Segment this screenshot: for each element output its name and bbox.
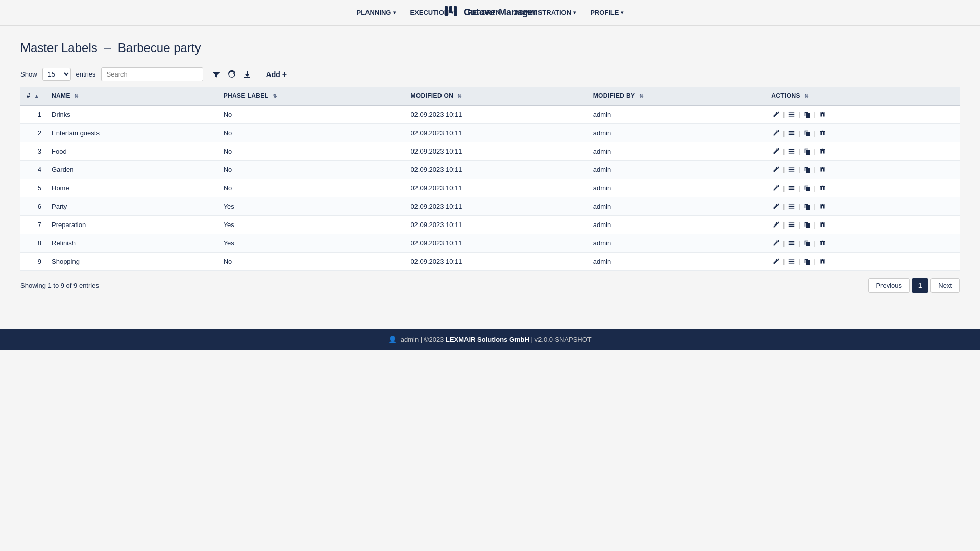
nav-item-planning[interactable]: PLANNING▾ [351, 6, 402, 19]
sep1: | [782, 240, 786, 247]
col-num[interactable]: # ▲ [20, 87, 45, 105]
search-input[interactable] [101, 67, 203, 81]
add-plus-icon: + [282, 70, 287, 79]
copy-icon[interactable] [802, 165, 812, 174]
next-button[interactable]: Next [930, 278, 960, 293]
sep2: | [797, 166, 801, 173]
list-icon[interactable] [787, 239, 796, 247]
list-icon[interactable] [787, 147, 796, 156]
sep2: | [797, 185, 801, 192]
sep2: | [797, 130, 801, 137]
toolbar-icons [210, 69, 253, 80]
list-icon[interactable] [787, 257, 796, 266]
edit-icon[interactable] [771, 147, 781, 156]
cell-modified-by: admin [587, 253, 766, 271]
col-modified-on[interactable]: MODIFIED ON ⇅ [404, 87, 586, 105]
copy-icon[interactable] [802, 257, 812, 266]
cell-actions: | | | [765, 253, 960, 271]
brand-logo[interactable]: CutoverManager [444, 4, 536, 21]
delete-icon[interactable] [818, 257, 827, 266]
edit-icon[interactable] [771, 202, 781, 211]
sep1: | [782, 185, 786, 192]
copy-icon[interactable] [802, 184, 812, 192]
list-icon[interactable] [787, 165, 796, 174]
cell-name: Home [45, 179, 217, 197]
sep1: | [782, 111, 786, 118]
col-modified-by[interactable]: MODIFIED BY ⇅ [587, 87, 766, 105]
entries-select[interactable]: 10152550100 [42, 68, 71, 81]
svg-rect-13 [789, 169, 794, 170]
svg-rect-12 [789, 167, 794, 168]
sep3: | [813, 221, 817, 229]
svg-rect-3 [789, 112, 794, 113]
cell-actions: | | | [765, 197, 960, 216]
cell-name: Preparation [45, 216, 217, 234]
delete-icon[interactable] [818, 202, 827, 211]
cell-modified-by: admin [587, 124, 766, 142]
refresh-icon-btn[interactable] [226, 69, 238, 80]
svg-rect-24 [789, 241, 794, 242]
cell-phase-label: Yes [217, 197, 405, 216]
export-icon-btn[interactable] [241, 69, 253, 80]
col-actions: ACTIONS ⇅ [765, 87, 960, 105]
cell-name: Entertain guests [45, 124, 217, 142]
copy-icon[interactable] [802, 110, 812, 119]
sep3: | [813, 166, 817, 173]
cell-modified-on: 02.09.2023 10:11 [404, 253, 586, 271]
nav-item-profile[interactable]: PROFILE▾ [584, 6, 629, 19]
copy-icon[interactable] [802, 147, 812, 156]
svg-rect-27 [789, 259, 794, 260]
add-button[interactable]: Add + [262, 68, 291, 81]
edit-icon[interactable] [771, 165, 781, 174]
sep2: | [797, 221, 801, 229]
delete-icon[interactable] [818, 129, 827, 137]
delete-icon[interactable] [818, 184, 827, 192]
previous-button[interactable]: Previous [868, 278, 910, 293]
footer-user: admin [401, 336, 419, 343]
current-page: 1 [912, 278, 928, 293]
delete-icon[interactable] [818, 110, 827, 119]
edit-icon[interactable] [771, 220, 781, 229]
list-icon[interactable] [787, 110, 796, 119]
svg-rect-6 [789, 131, 794, 132]
cell-modified-by: admin [587, 105, 766, 124]
list-icon[interactable] [787, 202, 796, 211]
svg-rect-0 [445, 6, 448, 16]
copy-icon[interactable] [802, 239, 812, 247]
list-icon[interactable] [787, 220, 796, 229]
col-phase-label[interactable]: PHASE LABEL ⇅ [217, 87, 405, 105]
edit-icon[interactable] [771, 110, 781, 119]
svg-rect-18 [789, 204, 794, 205]
filter-icon-btn[interactable] [210, 69, 223, 80]
main-content: Master Labels – Barbecue party Show 1015… [0, 26, 980, 308]
cell-name: Drinks [45, 105, 217, 124]
cell-actions: | | | [765, 124, 960, 142]
list-icon[interactable] [787, 184, 796, 192]
edit-icon[interactable] [771, 257, 781, 266]
list-icon[interactable] [787, 129, 796, 137]
edit-icon[interactable] [771, 184, 781, 192]
sep1: | [782, 203, 786, 210]
svg-rect-17 [789, 189, 794, 190]
footer-company: LEXMAIR Solutions GmbH [446, 336, 529, 343]
edit-icon[interactable] [771, 129, 781, 137]
cell-modified-by: admin [587, 216, 766, 234]
svg-rect-15 [789, 186, 794, 187]
show-label: Show [20, 70, 37, 78]
sep2: | [797, 240, 801, 247]
edit-icon[interactable] [771, 239, 781, 247]
table-footer: Showing 1 to 9 of 9 entries Previous 1 N… [20, 278, 960, 293]
table-row: 2 Entertain guests No 02.09.2023 10:11 a… [20, 124, 960, 142]
delete-icon[interactable] [818, 147, 827, 156]
delete-icon[interactable] [818, 220, 827, 229]
copy-icon[interactable] [802, 202, 812, 211]
sep2: | [797, 258, 801, 265]
copy-icon[interactable] [802, 220, 812, 229]
cell-phase-label: No [217, 124, 405, 142]
col-name[interactable]: NAME ⇅ [45, 87, 217, 105]
cell-num: 6 [20, 197, 45, 216]
delete-icon[interactable] [818, 165, 827, 174]
delete-icon[interactable] [818, 239, 827, 247]
copy-icon[interactable] [802, 129, 812, 137]
svg-rect-28 [789, 261, 794, 262]
